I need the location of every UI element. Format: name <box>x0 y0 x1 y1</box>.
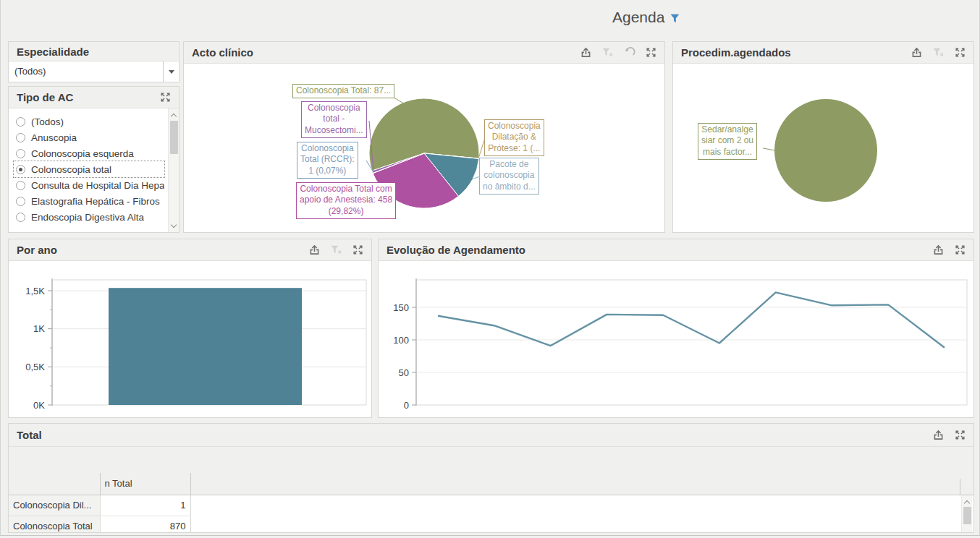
radio-item[interactable]: Elastografia Hepática - Fibros <box>14 193 164 209</box>
radio-icon <box>16 197 25 206</box>
radio-icon <box>16 213 25 222</box>
panel-por-ano: Por ano 0K0,5K1K1,5K <box>8 239 372 418</box>
page-title: Agenda <box>612 9 664 26</box>
export-icon[interactable] <box>308 244 321 256</box>
panel-title: Procedim.agendados <box>681 46 911 59</box>
export-icon[interactable] <box>911 46 923 59</box>
y-tick-label: 50 <box>399 367 409 378</box>
y-tick-label: 100 <box>393 335 409 346</box>
panel-especialidade: Especialidade (Todos) <box>8 41 179 82</box>
radio-item[interactable]: (Todos) <box>14 114 164 129</box>
row-value-cell[interactable]: 870 <box>100 516 190 532</box>
export-icon[interactable] <box>580 46 592 59</box>
maximize-icon[interactable] <box>954 429 966 441</box>
scrollbar-thumb[interactable] <box>170 121 178 154</box>
pie-label[interactable]: Sedar/analge siar com 2 ou mais factor..… <box>698 123 757 160</box>
panel-title: Por ano <box>17 244 308 256</box>
scrollbar-up-button[interactable] <box>962 497 972 507</box>
combobox-dropdown-button[interactable] <box>163 61 179 82</box>
radio-item[interactable]: Colonoscopia total <box>14 161 164 177</box>
pie-chart[interactable] <box>184 64 664 232</box>
y-tick-label: 1K <box>33 323 45 334</box>
maximize-icon[interactable] <box>645 46 657 59</box>
table-header-cell[interactable]: n Total <box>100 473 190 495</box>
y-tick-label: 0,5K <box>25 362 45 372</box>
plot-border <box>416 280 967 405</box>
bar-chart[interactable]: 0K0,5K1K1,5K <box>9 261 371 417</box>
combobox-value: (Todos) <box>9 61 163 82</box>
radio-icon <box>16 181 25 190</box>
line-series[interactable] <box>438 292 945 348</box>
panel-title: Acto clínico <box>192 46 580 59</box>
maximize-icon[interactable] <box>352 244 364 256</box>
panel-total-header: Total <box>9 424 973 447</box>
table-row[interactable]: Colonoscopia Dil...1 <box>9 495 973 516</box>
scrollbar-up-button[interactable] <box>169 110 179 120</box>
radio-item-label: Colonoscopia esquerda <box>31 148 134 159</box>
clear-filter-icon[interactable] <box>330 244 342 256</box>
y-tick-label: 1,5K <box>25 286 45 296</box>
row-label-cell[interactable]: Colonoscopia Dil... <box>9 495 100 516</box>
scrollbar-down-button[interactable] <box>169 221 179 231</box>
radio-item-label: Consulta de Hospital Dia Hepa <box>31 180 164 191</box>
export-icon[interactable] <box>932 429 945 441</box>
radio-list: (Todos)AnuscopiaColonoscopia esquerdaCol… <box>9 108 179 232</box>
table-header-filler <box>190 473 973 495</box>
panel-evolucao: Evolução de Agendamento 050100150 <box>378 239 974 418</box>
panel-evolucao-header: Evolução de Agendamento <box>379 239 973 261</box>
panel-acto-clinico-header: Acto clínico <box>184 42 664 64</box>
scrollbar[interactable] <box>168 108 179 232</box>
dropdown-arrow-icon <box>169 70 174 74</box>
table-header-row: n Total <box>9 473 973 495</box>
panel-por-ano-header: Por ano <box>9 239 371 261</box>
pie-slice[interactable] <box>774 99 877 202</box>
callout-connector <box>763 148 775 150</box>
radio-item-label: (Todos) <box>31 116 64 127</box>
scrollbar[interactable] <box>961 495 972 532</box>
panel-procedim-header: Procedim.agendados <box>673 42 973 64</box>
scrollbar-thumb[interactable] <box>963 507 971 524</box>
radio-icon <box>16 133 25 142</box>
line-chart[interactable]: 050100150 <box>379 261 973 417</box>
radio-icon <box>16 149 25 158</box>
maximize-icon[interactable] <box>954 244 966 256</box>
pie-label[interactable]: Colonoscopia Total: 87... <box>292 84 394 98</box>
maximize-icon[interactable] <box>954 46 966 59</box>
y-tick-label: 0K <box>33 400 45 411</box>
bar[interactable] <box>109 288 302 405</box>
panel-title: Especialidade <box>17 46 172 58</box>
radio-icon <box>16 117 25 127</box>
y-tick-label: 150 <box>393 302 409 313</box>
pie-label[interactable]: Pacote de colonoscopia no âmbito d... <box>479 158 539 195</box>
pie-label[interactable]: Colonoscopia total - Mucosectomi... <box>301 101 367 138</box>
filter-icon[interactable] <box>670 9 680 27</box>
table-header-cell[interactable] <box>9 473 100 495</box>
header-divider <box>960 479 960 495</box>
especialidade-combobox[interactable]: (Todos) <box>9 61 179 82</box>
radio-item[interactable]: Endoscopia Digestiva Alta <box>14 209 164 225</box>
radio-item-label: Anuscopia <box>31 132 77 143</box>
export-icon[interactable] <box>932 244 945 256</box>
pie-label[interactable]: Colonoscopia Total com apoio de Anestesi… <box>296 182 396 219</box>
radio-item[interactable]: Consulta de Hospital Dia Hepa <box>14 177 164 193</box>
radio-item[interactable]: Colonoscopia esquerda <box>14 145 164 161</box>
undo-icon[interactable] <box>623 46 635 59</box>
radio-icon <box>16 165 25 174</box>
table-row[interactable]: Colonoscopia Total870 <box>9 516 973 532</box>
clear-filter-icon[interactable] <box>601 46 614 59</box>
row-label-cell[interactable]: Colonoscopia Total <box>9 516 100 532</box>
row-filler-cell <box>190 516 973 532</box>
dashboard-title: Agenda <box>612 9 680 27</box>
clear-filter-icon[interactable] <box>932 46 945 59</box>
row-value-cell[interactable]: 1 <box>100 495 190 516</box>
pie-label[interactable]: Colonoscopia Total (RCCR): 1 (0,07%) <box>297 142 358 179</box>
y-tick-label: 0 <box>404 400 409 411</box>
dashboard-surface: Agenda Especialidade (Todos) Tipo de AC … <box>0 0 980 536</box>
panel-title: Total <box>17 429 932 441</box>
radio-item[interactable]: Anuscopia <box>14 129 164 145</box>
pie-label[interactable]: Colonoscopia Dilatação & Prótese: 1 (... <box>484 119 544 156</box>
radio-item-label: Colonoscopia total <box>31 164 111 175</box>
panel-title: Evolução de Agendamento <box>386 244 932 256</box>
panel-procedim-agendados: Procedim.agendados Sedar/analge siar com… <box>672 41 974 233</box>
maximize-icon[interactable] <box>159 91 172 103</box>
